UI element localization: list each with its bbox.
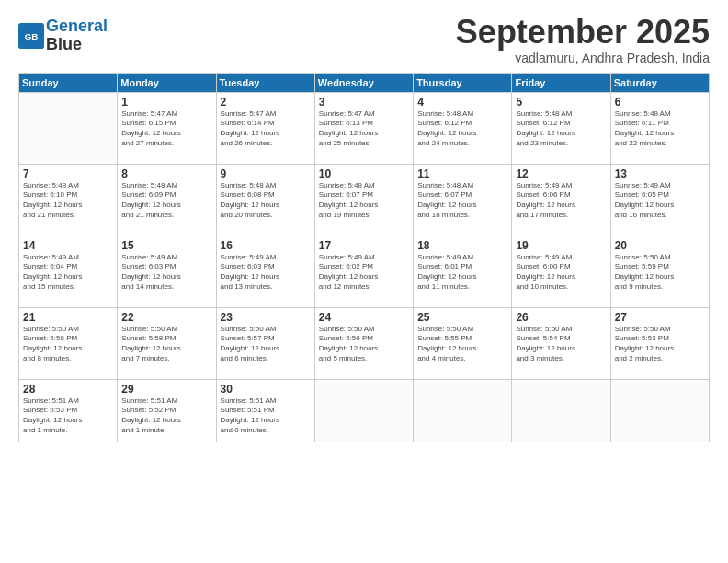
- calendar-day-header: Thursday: [414, 73, 512, 92]
- day-number: 15: [121, 239, 211, 252]
- logo: GB GeneralBlue: [18, 17, 108, 54]
- calendar-week-row: 21Sunrise: 5:50 AMSunset: 5:58 PMDayligh…: [19, 307, 710, 379]
- calendar-cell: 17Sunrise: 5:49 AMSunset: 6:02 PMDayligh…: [314, 236, 413, 307]
- calendar-week-row: 14Sunrise: 5:49 AMSunset: 6:04 PMDayligh…: [19, 236, 710, 307]
- title-block: September 2025 vadlamuru, Andhra Pradesh…: [456, 14, 710, 65]
- day-number: 24: [319, 311, 409, 324]
- day-number: 8: [121, 167, 211, 180]
- header: GB GeneralBlue September 2025 vadlamuru,…: [18, 14, 710, 65]
- day-info: Sunrise: 5:49 AMSunset: 6:04 PMDaylight:…: [23, 253, 113, 293]
- day-info: Sunrise: 5:50 AMSunset: 5:59 PMDaylight:…: [615, 253, 705, 293]
- calendar-day-header: Sunday: [19, 73, 118, 92]
- calendar-cell: 16Sunrise: 5:49 AMSunset: 6:03 PMDayligh…: [216, 236, 314, 307]
- calendar-day-header: Tuesday: [216, 73, 314, 92]
- day-number: 5: [516, 96, 606, 109]
- page: GB GeneralBlue September 2025 vadlamuru,…: [0, 0, 728, 563]
- calendar-cell: 4Sunrise: 5:48 AMSunset: 6:12 PMDaylight…: [414, 92, 512, 164]
- day-info: Sunrise: 5:49 AMSunset: 6:00 PMDaylight:…: [516, 253, 606, 293]
- calendar-cell: 28Sunrise: 5:51 AMSunset: 5:53 PMDayligh…: [19, 379, 118, 442]
- calendar-cell: 22Sunrise: 5:50 AMSunset: 5:58 PMDayligh…: [118, 307, 216, 379]
- day-info: Sunrise: 5:50 AMSunset: 5:57 PMDaylight:…: [221, 325, 311, 364]
- location-subtitle: vadlamuru, Andhra Pradesh, India: [456, 51, 710, 65]
- calendar-cell: 12Sunrise: 5:49 AMSunset: 6:06 PMDayligh…: [512, 164, 610, 236]
- calendar-cell: 6Sunrise: 5:48 AMSunset: 6:11 PMDaylight…: [610, 92, 709, 164]
- day-info: Sunrise: 5:48 AMSunset: 6:12 PMDaylight:…: [516, 109, 606, 149]
- calendar-cell: [314, 379, 413, 442]
- day-number: 4: [417, 96, 507, 109]
- day-info: Sunrise: 5:49 AMSunset: 6:06 PMDaylight:…: [516, 181, 606, 221]
- day-info: Sunrise: 5:48 AMSunset: 6:12 PMDaylight:…: [417, 109, 507, 149]
- calendar-week-row: 28Sunrise: 5:51 AMSunset: 5:53 PMDayligh…: [19, 379, 710, 442]
- day-info: Sunrise: 5:50 AMSunset: 5:54 PMDaylight:…: [516, 325, 606, 364]
- calendar-day-header: Saturday: [610, 73, 709, 92]
- day-info: Sunrise: 5:50 AMSunset: 5:58 PMDaylight:…: [23, 325, 113, 364]
- day-number: 16: [221, 239, 311, 252]
- day-info: Sunrise: 5:48 AMSunset: 6:10 PMDaylight:…: [23, 181, 113, 221]
- calendar-cell: 5Sunrise: 5:48 AMSunset: 6:12 PMDaylight…: [512, 92, 610, 164]
- calendar-cell: 20Sunrise: 5:50 AMSunset: 5:59 PMDayligh…: [610, 236, 709, 307]
- day-number: 28: [23, 383, 113, 396]
- day-info: Sunrise: 5:49 AMSunset: 6:01 PMDaylight:…: [417, 253, 507, 293]
- day-info: Sunrise: 5:48 AMSunset: 6:07 PMDaylight:…: [417, 181, 507, 221]
- month-title: September 2025: [456, 14, 710, 51]
- day-info: Sunrise: 5:47 AMSunset: 6:13 PMDaylight:…: [319, 109, 409, 149]
- calendar-cell: 29Sunrise: 5:51 AMSunset: 5:52 PMDayligh…: [118, 379, 216, 442]
- day-info: Sunrise: 5:50 AMSunset: 5:53 PMDaylight:…: [615, 325, 705, 364]
- day-number: 12: [516, 167, 606, 180]
- day-info: Sunrise: 5:49 AMSunset: 6:05 PMDaylight:…: [615, 181, 705, 221]
- day-number: 7: [23, 167, 113, 180]
- calendar-cell: 3Sunrise: 5:47 AMSunset: 6:13 PMDaylight…: [314, 92, 413, 164]
- day-info: Sunrise: 5:51 AMSunset: 5:53 PMDaylight:…: [23, 396, 113, 436]
- calendar-cell: 13Sunrise: 5:49 AMSunset: 6:05 PMDayligh…: [610, 164, 709, 236]
- calendar-cell: 7Sunrise: 5:48 AMSunset: 6:10 PMDaylight…: [19, 164, 118, 236]
- calendar-cell: 10Sunrise: 5:48 AMSunset: 6:07 PMDayligh…: [314, 164, 413, 236]
- calendar-cell: [19, 92, 118, 164]
- day-info: Sunrise: 5:48 AMSunset: 6:11 PMDaylight:…: [615, 109, 705, 149]
- day-number: 17: [319, 239, 409, 252]
- day-number: 25: [417, 311, 507, 324]
- logo-icon: GB: [18, 23, 44, 49]
- calendar-cell: 2Sunrise: 5:47 AMSunset: 6:14 PMDaylight…: [216, 92, 314, 164]
- calendar-cell: 27Sunrise: 5:50 AMSunset: 5:53 PMDayligh…: [610, 307, 709, 379]
- day-number: 27: [615, 311, 705, 324]
- calendar-week-row: 1Sunrise: 5:47 AMSunset: 6:15 PMDaylight…: [19, 92, 710, 164]
- calendar-cell: 30Sunrise: 5:51 AMSunset: 5:51 PMDayligh…: [216, 379, 314, 442]
- day-info: Sunrise: 5:49 AMSunset: 6:03 PMDaylight:…: [221, 253, 311, 293]
- calendar-cell: 14Sunrise: 5:49 AMSunset: 6:04 PMDayligh…: [19, 236, 118, 307]
- day-number: 11: [417, 167, 507, 180]
- logo-text: GeneralBlue: [46, 17, 108, 54]
- calendar-day-header: Monday: [118, 73, 216, 92]
- calendar-cell: 18Sunrise: 5:49 AMSunset: 6:01 PMDayligh…: [414, 236, 512, 307]
- day-info: Sunrise: 5:50 AMSunset: 5:58 PMDaylight:…: [121, 325, 211, 364]
- day-info: Sunrise: 5:48 AMSunset: 6:08 PMDaylight:…: [221, 181, 311, 221]
- day-info: Sunrise: 5:50 AMSunset: 5:56 PMDaylight:…: [319, 325, 409, 364]
- day-number: 23: [221, 311, 311, 324]
- day-number: 3: [319, 96, 409, 109]
- calendar-day-header: Friday: [512, 73, 610, 92]
- day-number: 2: [221, 96, 311, 109]
- day-info: Sunrise: 5:48 AMSunset: 6:07 PMDaylight:…: [319, 181, 409, 221]
- day-number: 26: [516, 311, 606, 324]
- calendar-day-header: Wednesday: [314, 73, 413, 92]
- day-number: 30: [221, 383, 311, 396]
- day-info: Sunrise: 5:47 AMSunset: 6:15 PMDaylight:…: [121, 109, 211, 149]
- calendar-header-row: SundayMondayTuesdayWednesdayThursdayFrid…: [19, 73, 710, 92]
- day-number: 6: [615, 96, 705, 109]
- calendar-week-row: 7Sunrise: 5:48 AMSunset: 6:10 PMDaylight…: [19, 164, 710, 236]
- day-info: Sunrise: 5:51 AMSunset: 5:51 PMDaylight:…: [221, 396, 311, 436]
- day-info: Sunrise: 5:49 AMSunset: 6:02 PMDaylight:…: [319, 253, 409, 293]
- day-info: Sunrise: 5:48 AMSunset: 6:09 PMDaylight:…: [121, 181, 211, 221]
- calendar-cell: 26Sunrise: 5:50 AMSunset: 5:54 PMDayligh…: [512, 307, 610, 379]
- day-number: 29: [121, 383, 211, 396]
- calendar-cell: 19Sunrise: 5:49 AMSunset: 6:00 PMDayligh…: [512, 236, 610, 307]
- calendar-cell: 11Sunrise: 5:48 AMSunset: 6:07 PMDayligh…: [414, 164, 512, 236]
- day-number: 10: [319, 167, 409, 180]
- day-number: 19: [516, 239, 606, 252]
- day-number: 13: [615, 167, 705, 180]
- day-info: Sunrise: 5:50 AMSunset: 5:55 PMDaylight:…: [417, 325, 507, 364]
- calendar-cell: 23Sunrise: 5:50 AMSunset: 5:57 PMDayligh…: [216, 307, 314, 379]
- calendar-cell: [512, 379, 610, 442]
- calendar-cell: 1Sunrise: 5:47 AMSunset: 6:15 PMDaylight…: [118, 92, 216, 164]
- calendar-cell: 25Sunrise: 5:50 AMSunset: 5:55 PMDayligh…: [414, 307, 512, 379]
- day-number: 18: [417, 239, 507, 252]
